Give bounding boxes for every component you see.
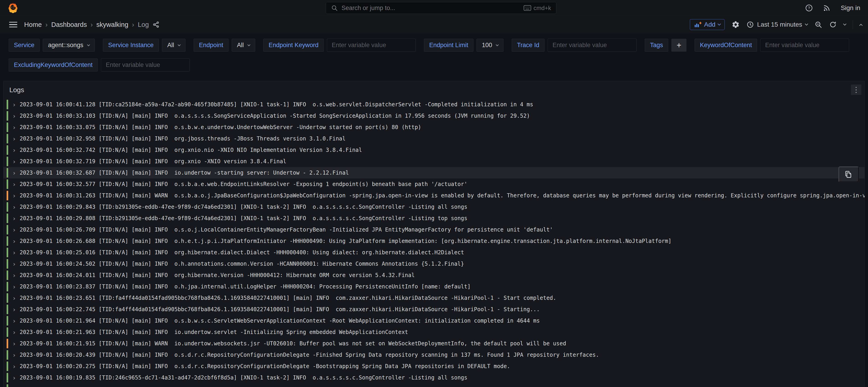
expand-row-chevron-icon[interactable]: › — [12, 318, 16, 324]
refresh-icon[interactable] — [829, 21, 837, 28]
variable-excludingkeywordofcontent: ExcludingKeywordOfContent — [9, 59, 190, 71]
log-line-text: 2023-09-01 16:00:20.439 [TID:N/A] [main]… — [20, 352, 865, 358]
log-row[interactable]: ›2023-09-01 16:00:25.016 [TID:N/A] [main… — [3, 247, 865, 258]
variable-select-endpoint[interactable]: All — [232, 39, 255, 52]
expand-row-chevron-icon[interactable]: › — [12, 386, 16, 387]
expand-row-chevron-icon[interactable]: › — [12, 113, 16, 119]
search-placeholder: Search or jump to... — [341, 5, 520, 11]
log-row[interactable]: ›2023-09-01 16:00:20.275 [TID:N/A] [main… — [3, 361, 865, 372]
log-row[interactable]: ›2023-09-01 16:00:41.128 [TID:ca25184e-a… — [3, 99, 865, 110]
expand-row-chevron-icon[interactable]: › — [12, 284, 16, 290]
log-row[interactable]: ›2023-09-01 16:00:32.719 [TID:N/A] [main… — [3, 156, 865, 167]
breadcrumb-separator-icon: › — [90, 21, 93, 28]
expand-row-chevron-icon[interactable]: › — [12, 158, 16, 165]
refresh-interval-chevron-icon[interactable] — [843, 22, 846, 26]
expand-row-chevron-icon[interactable]: › — [12, 295, 16, 301]
log-row[interactable]: ›2023-09-01 16:00:31.263 [TID:N/A] [main… — [3, 190, 865, 201]
variable-select-service-instance[interactable]: All — [162, 39, 185, 52]
add-button[interactable]: Add — [690, 19, 725, 30]
log-row[interactable]: ›2023-09-01 16:00:26.688 [TID:N/A] [main… — [3, 235, 865, 247]
expand-row-chevron-icon[interactable]: › — [12, 170, 16, 176]
log-row[interactable]: ›2023-09-01 16:00:33.103 [TID:N/A] [main… — [3, 110, 865, 122]
variable-input-trace-id[interactable] — [548, 39, 637, 52]
zoom-out-time-icon[interactable] — [814, 21, 822, 28]
log-row[interactable]: ›2023-09-01 16:00:32.687 [TID:N/A] [main… — [3, 167, 865, 179]
expand-row-chevron-icon[interactable]: › — [12, 375, 16, 381]
expand-row-chevron-icon[interactable]: › — [12, 238, 16, 244]
time-range-label: Last 15 minutes — [757, 21, 802, 28]
log-row[interactable]: ›2023-09-01 16:00:32.577 [TID:N/A] [main… — [3, 179, 865, 190]
variable-label-endpoint: Endpoint — [194, 39, 228, 52]
log-row[interactable]: ›2023-09-01 16:00:26.709 [TID:N/A] [main… — [3, 224, 865, 235]
variable-input-endpoint-keyword[interactable] — [327, 39, 416, 52]
tags-add-button[interactable]: + — [672, 39, 686, 52]
time-range-picker[interactable]: Last 15 minutes — [747, 21, 808, 28]
expand-row-chevron-icon[interactable]: › — [12, 227, 16, 233]
log-row[interactable]: ›2023-09-01 16:00:19.835 [TID:246c9655-d… — [3, 372, 865, 383]
log-row[interactable]: ›2023-09-01 16:00:29.808 [TID:b291305e-e… — [3, 213, 865, 224]
log-level-info-bar — [7, 384, 8, 387]
variable-select-endpoint-limit[interactable]: 100 — [476, 39, 503, 52]
log-line-text: 2023-09-01 16:00:29.843 [TID:b291305e-ed… — [20, 204, 865, 210]
log-row[interactable]: ›2023-09-01 16:00:24.011 [TID:N/A] [main… — [3, 269, 865, 281]
news-rss-icon[interactable] — [823, 4, 831, 12]
log-row[interactable]: ›2023-09-01 16:00:20.439 [TID:N/A] [main… — [3, 349, 865, 361]
expand-row-chevron-icon[interactable]: › — [12, 307, 16, 313]
expand-row-chevron-icon[interactable]: › — [12, 352, 16, 358]
expand-row-chevron-icon[interactable]: › — [12, 136, 16, 142]
log-row[interactable]: ›2023-09-01 16:00:21.964 [TID:N/A] [main… — [3, 315, 865, 326]
expand-row-chevron-icon[interactable]: › — [12, 147, 16, 153]
log-level-info-bar — [7, 293, 8, 303]
expand-row-chevron-icon[interactable]: › — [12, 261, 16, 267]
breadcrumb-item-dashboards[interactable]: Dashboards — [51, 21, 87, 28]
grafana-logo-icon[interactable] — [8, 2, 18, 14]
logs-panel-header[interactable]: Logs ⋮ — [3, 81, 865, 99]
expand-row-chevron-icon[interactable]: › — [12, 363, 16, 369]
log-row[interactable]: ›2023-09-01 16:00:29.843 [TID:b291305e-e… — [3, 201, 865, 213]
expand-row-chevron-icon[interactable]: › — [12, 272, 16, 279]
log-row[interactable]: ›2023-09-01 16:00:21.963 [TID:N/A] [main… — [3, 326, 865, 338]
log-row[interactable]: ›2023-09-01 16:00:23.837 [TID:N/A] [main… — [3, 281, 865, 292]
log-line-text: 2023-09-01 16:00:20.275 [TID:N/A] [main]… — [20, 363, 865, 369]
variable-input-keywordofcontent[interactable] — [760, 39, 849, 52]
panel-menu-kebab-icon[interactable]: ⋮ — [851, 85, 861, 95]
breadcrumb-separator-icon: › — [45, 21, 48, 28]
expand-row-chevron-icon[interactable]: › — [12, 181, 16, 187]
expand-row-chevron-icon[interactable]: › — [12, 215, 16, 222]
log-row[interactable]: ›2023-09-01 16:00:33.075 [TID:N/A] [main… — [3, 122, 865, 133]
expand-row-chevron-icon[interactable]: › — [12, 250, 16, 256]
log-line-text: 2023-09-01 16:00:32.742 [TID:N/A] [main]… — [20, 147, 865, 153]
log-row[interactable]: ›2023-09-01 16:00:32.958 [TID:N/A] [main… — [3, 133, 865, 144]
dashboard-toolbar: Add Last 15 minutes — [690, 19, 862, 30]
expand-row-chevron-icon[interactable]: › — [12, 204, 16, 210]
expand-row-chevron-icon[interactable]: › — [12, 124, 16, 130]
expand-row-chevron-icon[interactable]: › — [12, 341, 16, 347]
sign-in-button[interactable]: Sign in — [841, 4, 860, 11]
panel-title: Logs — [9, 86, 24, 94]
variable-service: Serviceagent::songs — [9, 39, 95, 52]
log-level-info-bar — [7, 259, 8, 269]
variable-input-excludingkeywordofcontent[interactable] — [101, 59, 190, 71]
breadcrumb-item-home[interactable]: Home — [24, 21, 42, 28]
log-row[interactable]: ›2023-09-01 16:00:22.745 [TID:fa4ff44da0… — [3, 304, 865, 315]
share-dashboard-icon[interactable] — [152, 21, 160, 28]
expand-row-chevron-icon[interactable]: › — [12, 329, 16, 335]
variable-select-service[interactable]: agent::songs — [43, 39, 95, 52]
expand-row-chevron-icon[interactable]: › — [12, 101, 16, 108]
log-row[interactable]: ›2023-09-01 16:00:24.502 [TID:N/A] [main… — [3, 258, 865, 269]
dashboard-settings-gear-icon[interactable] — [732, 21, 740, 29]
log-row[interactable]: ›2023-09-01 16:00:23.651 [TID:fa4ff44da0… — [3, 292, 865, 304]
log-row[interactable]: ›2023-09-01 16:00:32.742 [TID:N/A] [main… — [3, 144, 865, 156]
log-row[interactable]: ›2023-09-01 16:00:21.915 [TID:N/A] [main… — [3, 338, 865, 349]
log-row[interactable]: › — [3, 383, 865, 387]
expand-row-chevron-icon[interactable]: › — [12, 193, 16, 199]
copy-log-button[interactable] — [839, 167, 859, 182]
breadcrumb-item-skywalking[interactable]: skywalking — [96, 21, 128, 28]
log-level-info-bar — [7, 316, 8, 326]
mega-menu-icon[interactable] — [9, 22, 17, 28]
breadcrumb: Home›Dashboards›skywalking›Log — [24, 21, 149, 28]
log-line-text: 2023-09-01 16:00:24.502 [TID:N/A] [main]… — [20, 261, 865, 267]
collapse-caret-icon[interactable] — [859, 24, 863, 27]
search-input[interactable]: Search or jump to... cmd+k — [326, 2, 556, 14]
help-icon[interactable]: ? — [805, 4, 813, 12]
